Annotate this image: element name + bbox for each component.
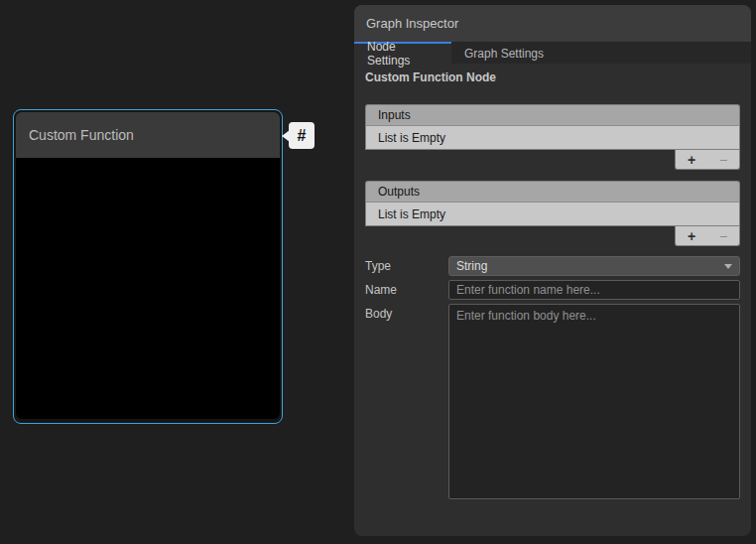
function-name-input[interactable]	[448, 280, 740, 300]
inputs-empty-label: List is Empty	[378, 131, 445, 145]
name-label: Name	[365, 283, 397, 297]
custom-function-node[interactable]: Custom Function	[13, 109, 283, 424]
inputs-footer: + −	[365, 150, 740, 170]
inputs-header-label: Inputs	[378, 108, 411, 122]
hash-badge-icon[interactable]: #	[289, 122, 315, 149]
inputs-add-button[interactable]: +	[684, 153, 699, 167]
section-title: Custom Function Node	[365, 70, 496, 84]
outputs-list: Outputs List is Empty + −	[365, 181, 740, 246]
outputs-add-button[interactable]: +	[684, 229, 699, 243]
panel-header[interactable]: Graph Inspector	[354, 5, 751, 42]
outputs-footer-chip: + −	[675, 226, 740, 246]
inputs-remove-button[interactable]: −	[715, 153, 731, 167]
graph-inspector-panel: Graph Inspector Node Settings Graph Sett…	[354, 5, 751, 536]
outputs-empty-row: List is Empty	[365, 203, 740, 226]
tab-bar: Node Settings Graph Settings	[354, 42, 751, 64]
panel-title: Graph Inspector	[366, 16, 458, 31]
tab-node-settings[interactable]: Node Settings	[354, 42, 451, 64]
outputs-footer: + −	[365, 226, 740, 246]
node-title-bar[interactable]: Custom Function	[16, 112, 280, 158]
tab-graph-settings[interactable]: Graph Settings	[451, 42, 557, 64]
node-body	[16, 158, 280, 419]
node-title: Custom Function	[29, 127, 134, 143]
inputs-list-header: Inputs	[365, 104, 740, 126]
function-body-input[interactable]	[448, 304, 740, 499]
hash-badge-glyph: #	[298, 127, 307, 145]
outputs-empty-label: List is Empty	[378, 207, 445, 221]
tab-graph-settings-label: Graph Settings	[464, 47, 544, 61]
inputs-empty-row: List is Empty	[365, 126, 740, 150]
outputs-remove-button[interactable]: −	[715, 229, 731, 243]
inputs-footer-chip: + −	[675, 150, 740, 170]
outputs-header-label: Outputs	[378, 185, 420, 199]
outputs-list-header: Outputs	[365, 181, 740, 203]
inputs-list: Inputs List is Empty + −	[365, 104, 740, 170]
tab-node-settings-label: Node Settings	[367, 40, 439, 68]
type-dropdown[interactable]: String	[448, 256, 740, 276]
body-label: Body	[365, 307, 392, 321]
type-label: Type	[365, 259, 391, 273]
type-dropdown-value: String	[456, 259, 487, 273]
chevron-down-icon	[724, 264, 732, 269]
